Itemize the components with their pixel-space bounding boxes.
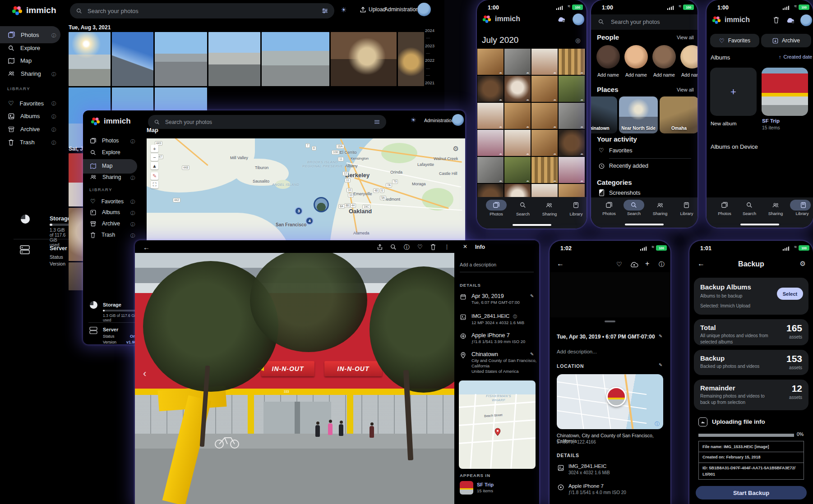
favorite-heart-icon[interactable]: ♡	[417, 243, 423, 250]
avatar[interactable]	[573, 14, 584, 25]
nav-search[interactable]: Search	[736, 211, 763, 216]
map-draw-button[interactable]: ✎	[151, 172, 158, 180]
photo-thumbnail[interactable]	[331, 32, 397, 86]
map-photo-marker[interactable]	[314, 197, 329, 212]
photo-thumbnail[interactable]	[262, 32, 329, 86]
photo-thumbnail[interactable]	[531, 184, 558, 197]
nav-library[interactable]: Library	[789, 211, 813, 216]
album-name[interactable]: SF Trip	[477, 482, 494, 487]
back-arrow-icon[interactable]: ←	[143, 243, 150, 251]
search-bar[interactable]: Search your photos	[591, 14, 698, 30]
map-cluster-marker[interactable]: 4	[305, 217, 314, 225]
edit-date-pencil-icon[interactable]: ✎	[659, 334, 662, 339]
start-backup-button[interactable]: Start Backup	[696, 486, 807, 499]
add-name-label[interactable]: Add name	[622, 72, 650, 78]
photo-thumbnail[interactable]	[504, 157, 531, 183]
add-name-label[interactable]: Add name	[650, 72, 678, 78]
info-icon[interactable]: ⓘ	[51, 114, 56, 120]
favorites-button[interactable]: ♡ Favorites	[710, 34, 759, 47]
photo-thumbnail[interactable]	[531, 130, 558, 156]
search-input[interactable]: Search your photos	[148, 115, 386, 129]
immich-logo[interactable]: immich	[91, 116, 131, 126]
person-face[interactable]	[596, 45, 620, 69]
photo-thumbnail[interactable]	[504, 103, 531, 129]
location-map[interactable]: ⓘ	[557, 374, 663, 429]
photo-thumbnail[interactable]	[477, 76, 504, 102]
sidebar-item-albums[interactable]: Albums	[90, 209, 120, 215]
photo-thumbnail[interactable]	[504, 130, 531, 156]
immich-logo[interactable]: immich	[12, 5, 56, 16]
album-thumbnail[interactable]	[460, 481, 473, 495]
screenshots-row[interactable]: Screenshots	[609, 190, 640, 196]
close-icon[interactable]: ✕	[463, 243, 467, 250]
photo-thumbnail[interactable]	[398, 32, 424, 86]
cloud-sync-icon[interactable]	[786, 17, 795, 23]
photo-main[interactable]: 333 IN-N-OUT IN-N-OUT ‹	[135, 253, 454, 504]
nav-photos[interactable]: Photos	[483, 211, 510, 216]
info-icon[interactable]: ⓘ	[130, 210, 135, 216]
photo-thumbnail[interactable]	[504, 184, 531, 197]
sidebar-item-trash[interactable]: Trash	[90, 232, 115, 238]
zoom-icon[interactable]	[390, 244, 397, 250]
nav-search[interactable]: Search	[509, 211, 536, 216]
photo-thumbnail[interactable]	[559, 49, 585, 75]
sidebar-item-trash[interactable]: Trash	[8, 139, 35, 146]
sheet-drag-handle[interactable]	[605, 321, 615, 322]
cloud-sync-off-icon[interactable]	[557, 16, 565, 23]
avatar[interactable]	[800, 14, 812, 26]
info-icon[interactable]: ⓘ	[130, 138, 135, 145]
file-info-icon[interactable]: ⓘ	[513, 314, 517, 320]
photo-thumbnail[interactable]	[477, 130, 504, 156]
administration-link[interactable]: Administration	[424, 118, 454, 123]
edit-location-pencil-icon[interactable]: ✎	[530, 352, 534, 357]
photo-thumbnail[interactable]	[504, 76, 531, 102]
photo-thumbnail[interactable]	[155, 32, 207, 86]
sidebar-item-archive[interactable]: Archive	[90, 220, 120, 227]
upload-button[interactable]: Upload	[360, 6, 386, 13]
photo-thumbnail[interactable]	[559, 76, 585, 102]
favorite-heart-icon[interactable]: ♡	[616, 261, 622, 268]
photo-thumbnail[interactable]	[112, 32, 153, 86]
place-tile[interactable]: Omaha	[660, 96, 698, 133]
nav-sharing[interactable]: Sharing	[762, 211, 789, 216]
photo-thumbnail[interactable]	[531, 157, 558, 183]
info-icon[interactable]: ⓘ	[659, 261, 665, 269]
info-icon[interactable]: ⓘ	[130, 233, 135, 239]
edit-date-pencil-icon[interactable]: ✎	[530, 293, 534, 298]
photo-thumbnail[interactable]	[531, 76, 558, 102]
info-icon[interactable]: ⓘ	[51, 127, 56, 133]
photo-thumbnail[interactable]	[559, 130, 585, 156]
nav-library[interactable]: Library	[673, 211, 698, 216]
info-icon[interactable]: ⓘ	[130, 199, 135, 205]
photo-thumbnail[interactable]	[531, 103, 558, 129]
description-input[interactable]: Add a description	[460, 262, 496, 267]
search-filter-icon[interactable]	[322, 8, 328, 14]
info-icon[interactable]: ⓘ	[51, 140, 56, 146]
favorites-row[interactable]: Favorites	[609, 147, 632, 154]
place-tile[interactable]: Near North Side	[619, 96, 658, 133]
person-face[interactable]	[680, 45, 698, 69]
sidebar-item-photos[interactable]: Photos	[90, 137, 119, 144]
nav-sharing[interactable]: Sharing	[536, 211, 563, 216]
trash-icon[interactable]	[773, 17, 779, 23]
place-tile[interactable]: Chinatown	[591, 96, 617, 133]
location-minimap[interactable]: FISHERMAN'S WHARF Beach Street	[459, 380, 536, 469]
previous-photo-chevron[interactable]: ‹	[143, 368, 146, 380]
photo-thumbnail[interactable]	[477, 184, 504, 197]
photo-thumbnail[interactable]	[531, 49, 558, 75]
select-button[interactable]: Select	[777, 288, 803, 300]
map-fullscreen-button[interactable]: ⛶	[151, 181, 158, 188]
sidebar-item-albums[interactable]: Albums	[8, 113, 40, 119]
nav-sharing[interactable]: Sharing	[647, 211, 674, 216]
sidebar-item-explore[interactable]: Explore	[8, 45, 40, 51]
add-name-label[interactable]: Add name	[594, 72, 622, 78]
info-icon[interactable]: ⓘ	[51, 71, 56, 78]
photo-thumbnail[interactable]	[477, 49, 504, 75]
search-filter-icon[interactable]	[374, 119, 380, 124]
sidebar-item-sharing[interactable]: Sharing	[8, 70, 41, 77]
sidebar-item-map[interactable]: Map	[8, 57, 32, 64]
map-info-icon[interactable]: ⓘ	[655, 421, 660, 427]
edit-location-pencil-icon[interactable]: ✎	[659, 362, 662, 367]
photo-thumbnail[interactable]	[559, 157, 585, 183]
photo-thumbnail[interactable]	[477, 103, 504, 129]
